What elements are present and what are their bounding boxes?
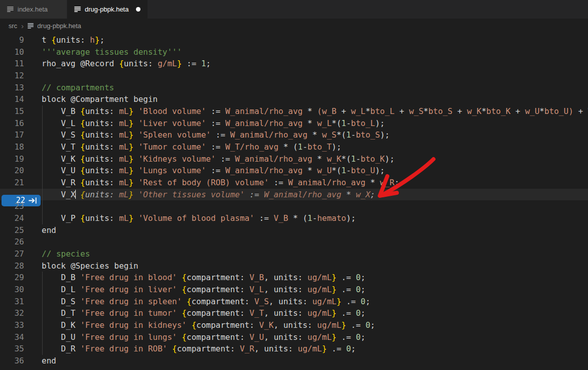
breadcrumb: src › drug-pbpk.heta [0,19,588,33]
line-number: 33 [0,319,42,331]
line-number: 21 [0,177,42,189]
breadcrumb-item-src[interactable]: src [9,22,17,30]
code-line[interactable]: 31 D_S 'Free drug in spleen' {compartmen… [0,296,588,308]
code-line[interactable]: 35 D_R 'Free drug in ROB' {compartment: … [0,343,588,355]
code-line[interactable]: 24 V_P {units: mL} 'Volume of blood plas… [0,212,588,224]
code-area: 9t {units: h};10'''average tissues densi… [0,34,588,367]
code-line[interactable]: 17 V_S {units: mL} 'Spleen volume' := W_… [0,129,588,141]
code-line[interactable]: 11rho_avg @Record {units: g/mL} := 1; [0,58,588,70]
line-number: 30 [0,284,42,296]
code-line[interactable]: 12 [0,70,588,82]
heta-file-icon [28,23,34,29]
code-line[interactable]: 26 [0,236,588,248]
code-line[interactable]: 28block @Species begin [0,260,588,272]
line-number: 13 [0,82,42,94]
code-line[interactable]: 10'''average tissues density''' [0,46,588,58]
code-line[interactable]: 23 [0,200,588,212]
code-line[interactable]: 22 V_X {units: mL} 'Other tissues volume… [0,189,588,201]
line-number: 27 [0,248,42,260]
code-line[interactable]: 32 D_T 'Free drug in tumor' {compartment… [0,307,588,319]
code-line[interactable]: 16 V_L {units: mL} 'Liver volume' := W_a… [0,117,588,130]
code-line[interactable]: 30 D_L 'Free drug in liver' {compartment… [0,284,588,296]
line-number: 23 [0,200,42,212]
code-line[interactable]: 20 V_U {units: mL} 'Lungs volume' := W_a… [0,165,588,177]
code-line[interactable]: 27// species [0,248,588,260]
line-number: 12 [0,70,42,82]
code-line[interactable]: 29 D_B 'Free drug in blood' {compartment… [0,272,588,284]
code-line[interactable]: 9t {units: h}; [0,34,588,46]
line-number: 31 [0,296,42,308]
line-number: 17 [0,129,42,141]
chevron-right-icon: › [21,22,24,30]
line-number: 16 [0,117,42,130]
heta-file-icon [7,7,14,13]
tab-label: drug-pbpk.heta [85,6,128,13]
code-line[interactable]: 36end [0,355,588,367]
line-number: 10 [0,46,42,58]
breadcrumb-item-file[interactable]: drug-pbpk.heta [37,22,81,30]
tab-label: index.heta [18,6,48,13]
code-line[interactable]: 14block @Compartment begin [0,93,588,105]
line-number: 19 [0,153,42,165]
code-line[interactable]: 19 V_K {units: mL} 'Kidneys volume' := W… [0,153,588,165]
ghost-text: {units: mL} 'Other tissues volume' := W_… [75,190,375,199]
code-line[interactable]: 33 D_K 'Free drug in kidneys' {compartme… [0,319,588,331]
line-number: 29 [0,272,42,284]
line-number: 15 [0,105,42,117]
line-number: 35 [0,343,42,355]
line-number: 9 [0,34,42,46]
line-number: 20 [0,165,42,177]
line-number: 25 [0,224,42,236]
line-number: 18 [0,141,42,153]
line-number: 14 [0,93,42,105]
code-line[interactable]: 18 V_T {units: mL} 'Tumor colume' := W_T… [0,141,588,153]
line-number: 24 [0,212,42,224]
tab-drug-pbpk-heta[interactable]: drug-pbpk.heta [67,0,148,19]
code-line[interactable]: 13// compartments [0,82,588,94]
code-line[interactable]: 25end [0,224,588,236]
code-line[interactable]: 34 D_U 'Free drug in lungs' {compartment… [0,331,588,343]
line-number: 34 [0,331,42,343]
line-number: 32 [0,307,42,319]
line-number: 26 [0,236,42,248]
code-line[interactable]: 15 V_B {units: mL} 'Blood volume' := W_a… [0,105,588,117]
editor[interactable]: 9t {units: h};10'''average tissues densi… [0,33,588,367]
line-number: 11 [0,58,42,70]
tab-index-heta[interactable]: index.heta [0,0,67,19]
heta-file-icon [74,7,81,13]
code-line[interactable]: 21 V_R {units: mL} 'Rest of body (ROB) v… [0,177,588,189]
line-number: 36 [0,355,42,367]
line-number: 28 [0,260,42,272]
modified-dot[interactable] [136,7,140,12]
tab-bar: index.heta drug-pbpk.heta [0,0,588,19]
